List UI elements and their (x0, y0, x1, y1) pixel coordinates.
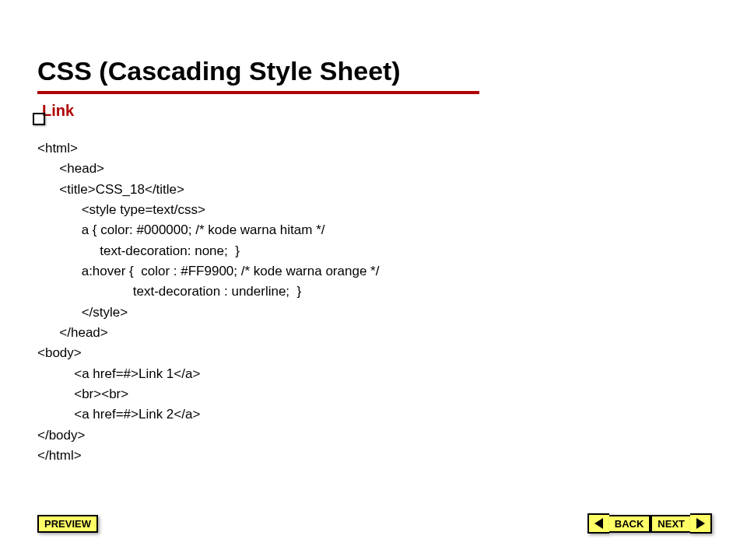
next-button-label[interactable]: NEXT (651, 515, 690, 533)
slide-subhead: Link (42, 102, 710, 120)
preview-button[interactable]: PREVIEW (37, 515, 98, 533)
nav-right-group: BACK NEXT (587, 513, 712, 534)
slide-title: CSS (Cascading Style Sheet) (37, 56, 710, 86)
title-underline (37, 91, 479, 94)
next-button[interactable]: NEXT (651, 513, 712, 534)
back-button[interactable]: BACK (587, 513, 651, 534)
arrow-right-icon (690, 513, 712, 534)
nav-bar: PREVIEW BACK NEXT (37, 513, 712, 534)
slide-content: CSS (Cascading Style Sheet) Link <html> … (37, 56, 710, 467)
back-button-label[interactable]: BACK (609, 515, 651, 533)
code-block: <html> <head> <title>CSS_18</title> <sty… (37, 138, 710, 467)
bullet-square-icon (33, 113, 45, 125)
arrow-left-icon (587, 513, 609, 534)
